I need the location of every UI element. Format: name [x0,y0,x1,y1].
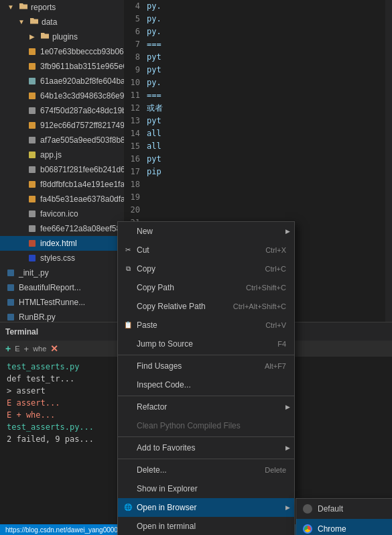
tree-item-label: af7ae505a9eed503f8b8e6982036873e.woff2 [40,134,124,146]
tree-item-b06871f281fee6b241d60582ae9369b9.ttf[interactable]: b06871f281fee6b241d60582ae9369b9.ttf [0,162,124,177]
env-label: E [15,345,19,353]
code-line: pyt [147,153,389,166]
ctx-item-open-in-terminal[interactable]: Open in terminal [118,517,294,535]
ctx-item-paste[interactable]: 📋PasteCtrl+V [118,316,294,335]
tree-item-label: app.js [40,149,62,161]
browser-submenu: DefaultChromeFirefoxSafariOpera [296,498,392,535]
py-icon [5,312,16,322]
tree-item-reports[interactable]: ▼reports [0,0,124,15]
tree-item-label: reports [31,1,56,13]
ctx-item-shortcut: Ctrl+Alt+Shift+C [233,300,286,313]
line-number: 11 [124,89,140,102]
line-number: 14 [124,127,140,140]
svg-rect-1 [29,63,36,70]
tree-item-64b1e3c3d94863c86e92e89aea3a5c99.svg[interactable]: 64b1e3c3d94863c86e92e89aea3a5c99.svg [0,88,124,103]
tree-item-af7ae505a9eed503f8b8e6982036873e.woff2[interactable]: af7ae505a9eed503f8b8e6982036873e.woff2 [0,133,124,147]
tree-item-RunBR.py[interactable]: RunBR.py [0,310,124,322]
code-line: pyt [147,51,389,64]
tree-item-favicon.ico[interactable]: favicon.ico [0,206,124,221]
ctx-divider [118,396,294,396]
tree-item-label: fee66e712a8a08eef5805a46892932ad.woff [40,223,124,235]
scrollbar-right[interactable] [385,0,392,322]
tree-item-912ec66d7572ff821749319396470bde.svg[interactable]: 912ec66d7572ff821749319396470bde.svg [0,118,124,133]
tree-item-label: BeautifulReport... [19,282,81,294]
ctx-item-inspect-code...[interactable]: Inspect Code... [118,375,294,394]
svg-rect-17 [7,299,14,306]
tree-item-data[interactable]: ▼data [0,15,124,29]
ctx-item-shortcut: Ctrl+X [265,243,286,257]
line-number: 16 [124,153,140,166]
ctx-item-delete...[interactable]: Delete...Delete [118,461,294,479]
ctx-item-label: Show in Explorer [137,482,198,495]
ctx-item-copy-path[interactable]: Copy PathCtrl+Shift+C [118,278,294,297]
tree-item-app.js[interactable]: app.js [0,147,124,162]
line-number: 20 [124,204,140,217]
tree-item-_init_.py[interactable]: _init_.py [0,265,124,280]
svg-rect-8 [29,166,36,173]
code-line: pip [147,166,389,178]
ctx-item-label: Add to Favorites [137,441,195,455]
context-menu: New✂CutCtrl+X⧉CopyCtrl+CCopy PathCtrl+Sh… [117,221,295,535]
ctx-item-shortcut: Alt+F7 [265,359,286,373]
add-terminal-button[interactable]: + [5,343,11,354]
ctx-item-cut[interactable]: ✂CutCtrl+X [118,241,294,259]
eot-icon [27,105,38,116]
ctx-item-show-in-explorer[interactable]: Show in Explorer [118,479,294,498]
ico-icon [27,209,38,219]
tree-item-HTMLTestRunne...[interactable]: HTMLTestRunne... [0,295,124,310]
tree-item-3fb9611bab3151e965e023162e86089a.svg[interactable]: 3fb9611bab3151e965e023162e86089a.svg [0,59,124,74]
svg-icon [27,91,38,101]
code-line: all [147,140,389,153]
svg-rect-12 [29,225,36,232]
ctx-item-find-usages[interactable]: Find UsagesAlt+F7 [118,357,294,375]
code-line: pyt [147,64,389,76]
svg-icon [27,179,38,190]
py-icon [5,297,16,308]
tree-item-fee66e712a8a08eef5805a46892932ad.woff[interactable]: fee66e712a8a08eef5805a46892932ad.woff [0,221,124,236]
tree-item-label: RunBR.py [19,311,56,322]
tree-item-1e07e63bbecccb93b06ffd6b43b46e4d.svg[interactable]: 1e07e63bbecccb93b06ffd6b43b46e4d.svg [0,44,124,59]
tree-item-styles.css[interactable]: styles.css [0,251,124,265]
ctx-item-jump-to-source[interactable]: Jump to SourceF4 [118,335,294,353]
svg-rect-5 [29,122,36,129]
tree-item-674f50d287a8c48dc19ba404d20fe713.eot[interactable]: 674f50d287a8c48dc19ba404d20fe713.eot [0,103,124,118]
tree-item-label: 3fb9611bab3151e965e023162e86089a.svg [40,60,124,72]
tree-item-f8ddfbfcb1a4e191ee1fa7f98417280e.svg[interactable]: f8ddfbfcb1a4e191ee1fa7f98417280e.svg [0,177,124,192]
line-number: 6 [124,25,140,38]
tree-item-label: fa4b5e31eae6378a0dfa9e10cfb9262f.svg [40,193,124,205]
add-env-button[interactable]: + [24,344,29,354]
woff2-icon [27,135,38,145]
browser-item-default[interactable]: Default [296,499,392,519]
line-number: 4 [124,0,140,13]
tree-item-61aae920ab2f8fe604ba57b135aa9919.png[interactable]: 61aae920ab2f8fe604ba57b135aa9919.png [0,74,124,88]
ctx-item-refactor[interactable]: Refactor [118,398,294,416]
ctx-item-add-to-favorites[interactable]: Add to Favorites [118,438,294,457]
close-terminal-button[interactable]: ✕ [50,343,58,354]
terminal-tab-label: Terminal [5,327,38,337]
browser-item-chrome[interactable]: Chrome [296,519,392,535]
line-number: 12 [124,102,140,115]
png-icon [27,76,38,86]
code-line: === [147,38,389,51]
line-number: 9 [124,64,140,76]
ctx-item-copy[interactable]: ⧉CopyCtrl+C [118,259,294,278]
line-number: 15 [124,140,140,153]
code-line: pyt [147,115,389,127]
svg-rect-2 [29,78,36,84]
code-line: === [147,89,389,102]
ctx-item-new[interactable]: New [118,222,294,241]
tree-item-index.html[interactable]: index.html [0,236,124,251]
tree-item-BeautifulReport...[interactable]: BeautifulReport... [0,280,124,295]
browser-label: Default [318,501,343,516]
ctx-item-label: New [137,225,153,238]
ctx-item-icon: 🌐 [123,503,133,512]
svg-icon [27,61,38,72]
tree-item-plugins[interactable]: ▶plugins [0,29,124,44]
tree-item-fa4b5e31eae6378a0dfa9e10cfb9262f.svg[interactable]: fa4b5e31eae6378a0dfa9e10cfb9262f.svg [0,192,124,206]
ttf-icon [27,164,38,175]
browser-label: Chrome [318,522,346,535]
ctx-item-copy-relative-path[interactable]: Copy Relative PathCtrl+Alt+Shift+C [118,297,294,316]
ctx-item-open-in-browser[interactable]: 🌐Open in BrowserDefaultChromeFirefoxSafa… [118,498,294,517]
ctx-item-label: Delete... [137,463,167,477]
tree-item-label: 61aae920ab2f8fe604ba57b135aa9919.png [40,75,124,87]
